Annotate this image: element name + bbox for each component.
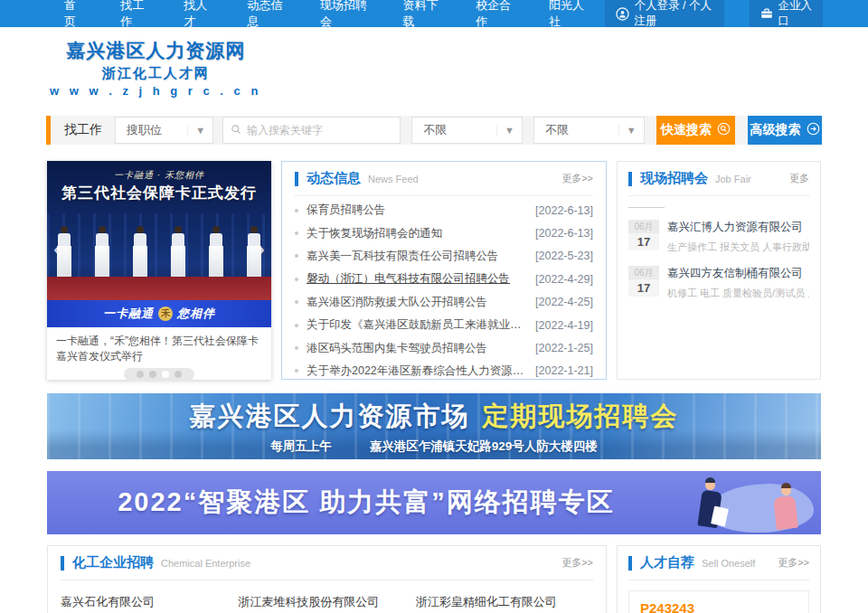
personal-login-label: 个人登录 / 个人注册 (635, 0, 713, 29)
news-item[interactable]: 关于举办2022年港区新春综合性人力资源暨春风...[2022-1-21] (295, 360, 593, 382)
job-fair-title: 现场招聘会 (640, 170, 708, 187)
carousel-prev-arrow[interactable]: ‹ (53, 237, 61, 260)
banner2-title: 2022“智聚港区 助力共富”网络招聘专区 (47, 485, 685, 521)
news-list: 保育员招聘公告[2022-6-13] 关于恢复现场招聘会的通知[2022-6-1… (295, 196, 593, 382)
nav-item-sunshine-hr[interactable]: 阳光人社 (532, 0, 605, 27)
position-type-select[interactable]: 搜职位 ▼ (115, 117, 213, 144)
nav-item-find-job[interactable]: 找工作 (103, 0, 166, 27)
filter-select-2[interactable]: 不限 ▼ (533, 117, 645, 144)
chemical-subtitle: Chemical Enterprise (161, 558, 250, 569)
chemical-enterprise-panel: 化工企业招聘 Chemical Enterprise 更多>> 嘉兴石化有限公司… (47, 545, 607, 613)
personal-login-button[interactable]: 个人登录 / 个人注册 (605, 0, 724, 27)
job-fair-positions: 机修工 电工 质量检验员/测试员 叉车... (667, 287, 809, 300)
chevron-down-icon: ▼ (618, 125, 644, 136)
carousel-caption[interactable]: 一卡融通，“禾”您相伴！第三代社会保障卡嘉兴首发仪式举行 (47, 327, 271, 365)
job-fair-company: 嘉兴四方友信制桶有限公司 (667, 266, 809, 281)
enterprise-entry-label: 企业入口 (778, 0, 812, 29)
nav-item-job-fair[interactable]: 现场招聘会 (303, 0, 385, 27)
illustration-person-pink (772, 486, 799, 529)
keyword-search-input[interactable] (247, 124, 392, 137)
job-fair-item[interactable]: 06月 17 嘉兴汇博人力资源有限公司 生产操作工 报关文员 人事行政助理... (628, 220, 809, 254)
arrow-circle-icon (807, 122, 820, 138)
top-navigation: 首 页 找工作 找人才 动态信息 现场招聘会 资料下载 校企合作 阳光人社 个人… (0, 0, 868, 27)
quick-search-button[interactable]: 快速搜索 (656, 116, 736, 145)
carousel-dot-active[interactable] (162, 371, 169, 378)
news-feed-panel: 动态信息 News Feed 更多>> 保育员招聘公告[2022-6-13] 关… (281, 161, 607, 380)
keyword-search-box (222, 117, 401, 144)
slide-bottom-left: 一卡融通 (103, 306, 154, 322)
chevron-down-icon: ▼ (187, 125, 212, 136)
position-type-value: 搜职位 (116, 122, 187, 138)
illustration-person-suit (696, 480, 723, 527)
site-logo[interactable]: 嘉兴港区人力资源网 浙江化工人才网 w w w . z j h g r c . … (50, 38, 261, 98)
bullet-icon (295, 231, 298, 235)
slide-bottom-banner: 一卡融通 禾 您相伴 (47, 300, 271, 327)
news-item[interactable]: 嘉兴美一瓦科技有限责任公司招聘公告[2022-5-23] (295, 245, 593, 268)
chemical-company-item[interactable]: 浙江彩皇精细化工有限公司 普工（制造科） 营业担当 (416, 594, 593, 613)
filter-select-1[interactable]: 不限 ▼ (411, 117, 523, 144)
coin-icon: 禾 (158, 306, 173, 321)
blue-accent-bar (628, 556, 632, 571)
chevron-down-icon: ▼ (496, 125, 522, 136)
carousel-dot[interactable] (175, 371, 182, 378)
chemical-more-link[interactable]: 更多>> (561, 556, 593, 570)
slide-headline: 第三代社会保障卡正式发行 (47, 183, 271, 203)
bullet-icon (295, 209, 298, 212)
talent-title: 人才自荐 (640, 554, 694, 571)
chemical-company-item[interactable]: 浙江麦堆科技股份有限公司 销售专员 会计 土建主管 (238, 594, 415, 613)
chemical-title: 化工企业招聘 (72, 554, 154, 571)
nav-item-news[interactable]: 动态信息 (230, 0, 303, 27)
divider (628, 207, 665, 208)
job-fair-header: 现场招聘会 Job Fair 更多 (628, 162, 809, 196)
bullet-icon (295, 346, 298, 350)
news-item[interactable]: 保育员招聘公告[2022-6-13] (295, 199, 593, 222)
banner1-address: 嘉兴港区乍浦镇天妃路929号人防大楼四楼 (370, 439, 598, 453)
bullet-icon (295, 324, 298, 327)
quick-search-label: 快速搜索 (661, 122, 712, 138)
news-item[interactable]: 港区码头范围内集卡驾驶员招聘公告[2022-1-25] (295, 336, 593, 359)
advanced-search-button[interactable]: 高级搜索 (748, 116, 822, 145)
carousel-dot[interactable] (137, 371, 144, 378)
talent-subtitle: Sell Oneself (702, 558, 755, 569)
job-fair-panel: 现场招聘会 Job Fair 更多 06月 17 嘉兴汇博人力资源有限公司 生产… (617, 161, 821, 380)
carousel-dots (124, 368, 194, 381)
online-recruitment-banner[interactable]: 2022“智聚港区 助力共富”网络招聘专区 (47, 471, 821, 534)
filter-2-value: 不限 (534, 122, 618, 138)
job-fair-item[interactable]: 06月 17 嘉兴四方友信制桶有限公司 机修工 电工 质量检验员/测试员 叉车.… (628, 266, 809, 300)
nav-item-find-talent[interactable]: 找人才 (166, 0, 230, 27)
carousel-slide[interactable]: 一卡融通 · 禾您相伴 第三代社会保障卡正式发行 一卡融通 禾 您相伴 ‹ › (47, 161, 271, 327)
advanced-search-label: 高级搜索 (750, 122, 801, 138)
news-item[interactable]: 关于印发《嘉兴港区鼓励新员工来港就业补助操作...[2022-4-19] (295, 314, 593, 336)
job-fair-more-link[interactable]: 更多 (789, 172, 809, 185)
talent-more-link[interactable]: 更多>> (778, 556, 809, 570)
news-item[interactable]: 关于恢复现场招聘会的通知[2022-6-13] (295, 222, 593, 244)
nav-item-school-cooperation[interactable]: 校企合作 (458, 0, 532, 27)
job-fair-company: 嘉兴汇博人力资源有限公司 (667, 220, 809, 235)
talent-header: 人才自荐 Sell Oneself 更多>> (628, 546, 809, 580)
recruitment-market-banner[interactable]: 嘉兴港区人力资源市场定期现场招聘会 每周五上午嘉兴港区乍浦镇天妃路929号人防大… (47, 393, 821, 459)
news-item-hovered[interactable]: 磐动（浙江）电气科技有限公司招聘公告[2022-4-29] (295, 268, 593, 290)
bullet-icon (295, 278, 298, 281)
bullet-icon (295, 254, 298, 258)
carousel-dot[interactable] (149, 371, 156, 378)
orange-accent-bar (46, 116, 51, 145)
carousel-next-arrow[interactable]: › (257, 237, 265, 260)
enterprise-entry-button[interactable]: 企业入口 (750, 0, 823, 27)
slide-top-script: 一卡融通 · 禾您相伴 (47, 169, 271, 182)
banner1-title-yellow: 定期现场招聘会 (483, 401, 679, 430)
search-section-label: 找工作 (64, 122, 102, 138)
news-feed-subtitle: News Feed (368, 174, 419, 184)
talent-id: P243243 (640, 600, 797, 613)
nav-item-downloads[interactable]: 资料下载 (385, 0, 458, 27)
bottom-content-row: 化工企业招聘 Chemical Enterprise 更多>> 嘉兴石化有限公司… (47, 545, 821, 613)
chemical-company-item[interactable]: 嘉兴石化有限公司 工艺员 设备管理 保卫（残疾工） (61, 594, 238, 613)
person-icon (616, 7, 629, 21)
nav-item-home[interactable]: 首 页 (47, 0, 103, 27)
talent-card[interactable]: P243243 男 ｜ 嘉兴市->嘉兴港区 ｜ 八年以上 (628, 590, 809, 613)
site-header: 嘉兴港区人力资源网 浙江化工人才网 w w w . z j h g r c . … (0, 27, 868, 108)
bullet-icon (295, 300, 298, 304)
filter-1-value: 不限 (412, 122, 496, 138)
logo-url: w w w . z j h g r c . c n (50, 84, 261, 98)
news-item[interactable]: 嘉兴港区消防救援大队公开招聘公告[2022-4-25] (295, 291, 593, 314)
news-more-link[interactable]: 更多>> (561, 172, 593, 185)
